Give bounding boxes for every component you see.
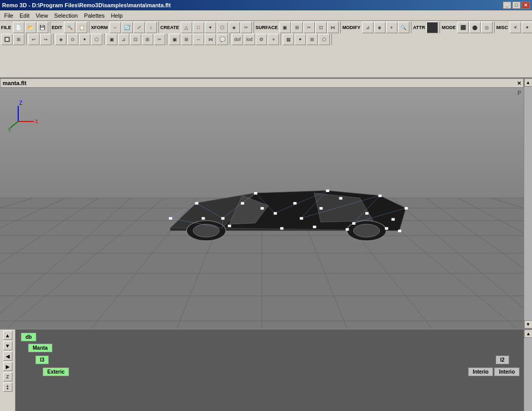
create-btn2[interactable]: □ xyxy=(193,22,204,33)
mode-btn1[interactable]: ⬛ xyxy=(457,22,469,33)
new-button[interactable]: 📄 xyxy=(13,22,24,33)
ltb-extra[interactable]: ‡ xyxy=(3,382,12,392)
mode-btn3[interactable]: ◎ xyxy=(481,22,493,33)
r2-btn9[interactable]: ▣ xyxy=(106,34,117,45)
r2-btn20[interactable]: lod xyxy=(244,34,255,45)
r2-btn3[interactable]: ↩ xyxy=(28,34,39,45)
r2-btn26[interactable]: ⬡ xyxy=(318,34,330,45)
create-btn3[interactable]: ✦ xyxy=(205,22,216,33)
svg-rect-68 xyxy=(385,227,388,230)
r2-btn4[interactable]: ↪ xyxy=(40,34,51,45)
node-db-button[interactable]: db xyxy=(21,333,36,341)
minimize-button[interactable]: _ xyxy=(503,2,511,9)
vscroll-up[interactable]: ▲ xyxy=(524,78,533,87)
open-button[interactable]: 📂 xyxy=(25,22,36,33)
r2-btn10[interactable]: ⊿ xyxy=(118,34,129,45)
xform-btn2[interactable]: 🔄 xyxy=(122,22,133,33)
r2-btn12[interactable]: ⊞ xyxy=(142,34,153,45)
svg-rect-61 xyxy=(391,218,394,221)
r2-btn8[interactable]: ⬡ xyxy=(91,34,102,45)
vscroll-down[interactable]: ▼ xyxy=(524,320,533,328)
create-btn4[interactable]: ⬡ xyxy=(217,22,228,33)
maximize-button[interactable]: □ xyxy=(512,2,521,9)
modify-btn4[interactable]: 🔍 xyxy=(398,22,409,33)
r2-btn1[interactable]: 🔲 xyxy=(1,34,12,45)
surface-btn4[interactable]: ⊡ xyxy=(315,22,327,33)
toolbar-group-edit: EDIT 🔨 📋 xyxy=(52,22,90,33)
misc-btn2[interactable]: ✦ xyxy=(522,22,532,33)
r2-btn14[interactable]: ▣ xyxy=(169,34,180,45)
r2-btn18[interactable]: 💬 xyxy=(217,34,228,45)
viewport-vscrollbar[interactable]: ▲ ▼ xyxy=(524,78,532,328)
scene-vscroll-track[interactable] xyxy=(524,338,532,411)
ltb-right[interactable]: ▶ xyxy=(3,362,12,371)
r2-btn15[interactable]: ⊞ xyxy=(181,34,192,45)
modify-btn1[interactable]: ⊿ xyxy=(362,22,374,33)
node-exteric-button[interactable]: Exteric xyxy=(43,367,69,376)
modify-btn3[interactable]: ⌖ xyxy=(386,22,397,33)
tree-node-manta[interactable]: Manta xyxy=(26,342,522,353)
r2-btn6[interactable]: ⊙ xyxy=(67,34,78,45)
edit-btn2[interactable]: 📋 xyxy=(76,22,87,33)
misc-btn1[interactable]: ☀ xyxy=(510,22,521,33)
surface-btn1[interactable]: ▣ xyxy=(280,22,291,33)
scene-vscrollbar[interactable]: ▲ ▼ xyxy=(524,330,532,411)
save-button[interactable]: 💾 xyxy=(37,22,48,33)
edit-btn1[interactable]: 🔨 xyxy=(64,22,75,33)
r2-btn13[interactable]: ✂ xyxy=(154,34,165,45)
xform-btn1[interactable]: ↔ xyxy=(110,22,121,33)
r2-btn22[interactable]: ⌖ xyxy=(268,34,279,45)
vscroll-track[interactable] xyxy=(524,87,532,320)
tree-node-l2[interactable]: l2 xyxy=(494,354,511,365)
svg-rect-54 xyxy=(169,217,172,220)
menu-file[interactable]: File xyxy=(1,11,17,20)
r2-btn24[interactable]: ✦ xyxy=(295,34,306,45)
create-btn5[interactable]: ◈ xyxy=(229,22,240,33)
r2-btn11[interactable]: ⊡ xyxy=(130,34,141,45)
menu-edit[interactable]: Edit xyxy=(17,11,33,20)
r2-btn5[interactable]: ◈ xyxy=(55,34,66,45)
r2-btn21[interactable]: ⚙ xyxy=(256,34,267,45)
r2-btn23[interactable]: ▦ xyxy=(283,34,294,45)
scene-vscroll-up[interactable]: ▲ xyxy=(524,330,532,338)
node-interio2-button[interactable]: Interio xyxy=(494,367,520,376)
r2-btn25[interactable]: ⊞ xyxy=(307,34,318,45)
xform-btn4[interactable]: ↕ xyxy=(145,22,157,33)
xform-btn3[interactable]: ⤢ xyxy=(134,22,145,33)
toolbar-row2-group4: ▣ ⊿ ⊡ ⊞ ✂ xyxy=(106,34,167,45)
ltb-up[interactable]: ▲ xyxy=(3,331,12,340)
mode-btn2[interactable]: ⬤ xyxy=(469,22,481,33)
surface-btn2[interactable]: ⊞ xyxy=(291,22,303,33)
tree-node-l3[interactable]: l3 xyxy=(33,354,51,365)
node-interio1-button[interactable]: Interio xyxy=(468,367,494,376)
r2-btn16[interactable]: ↔ xyxy=(193,34,204,45)
surface-btn3[interactable]: ✂ xyxy=(303,22,315,33)
r2-btn19[interactable]: dof xyxy=(232,34,243,45)
close-button[interactable]: ✕ xyxy=(522,2,530,9)
node-l2-button[interactable]: l2 xyxy=(496,355,509,364)
attr-btn1[interactable] xyxy=(427,22,438,33)
r2-btn7[interactable]: ✦ xyxy=(79,34,90,45)
ltb-z[interactable]: Z xyxy=(3,372,12,381)
modify-btn2[interactable]: ◈ xyxy=(374,22,385,33)
ltb-down[interactable]: ▼ xyxy=(3,341,12,350)
r2-btn17[interactable]: ⋈ xyxy=(205,34,216,45)
node-manta-button[interactable]: Manta xyxy=(28,344,52,352)
tree-node-exteric[interactable]: Exteric xyxy=(41,366,71,377)
scene-tree: db Manta l3 l2 Ext xyxy=(16,330,524,411)
menu-selection[interactable]: Selection xyxy=(51,11,81,20)
menu-palettes[interactable]: Palettes xyxy=(81,11,108,20)
surface-btn5[interactable]: ⋈ xyxy=(327,22,339,33)
svg-rect-58 xyxy=(202,217,205,220)
menu-help[interactable]: Help xyxy=(108,11,126,20)
menu-view[interactable]: View xyxy=(33,11,51,20)
node-l3-button[interactable]: l3 xyxy=(35,355,49,364)
create-btn6[interactable]: ✂ xyxy=(241,22,252,33)
tree-node-db[interactable]: db xyxy=(19,332,522,342)
ltb-left[interactable]: ◀ xyxy=(3,351,12,361)
create-btn1[interactable]: △ xyxy=(181,22,192,33)
3d-viewport[interactable]: Z X Y P xyxy=(0,88,524,328)
svg-rect-46 xyxy=(254,192,257,195)
viewport-close[interactable]: ✕ xyxy=(517,80,521,86)
r2-btn2[interactable]: ⊞ xyxy=(13,34,24,45)
